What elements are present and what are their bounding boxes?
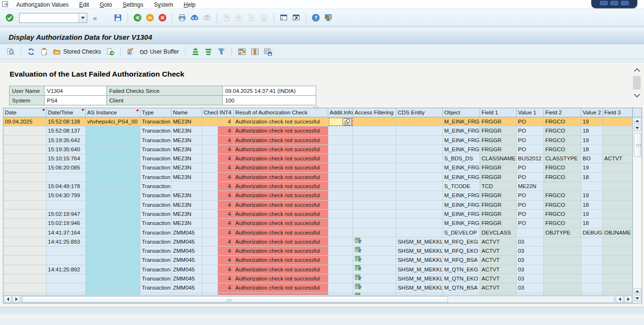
print-icon[interactable] <box>177 13 187 22</box>
find-next-icon[interactable] <box>202 13 212 22</box>
additional-info-popup-button[interactable] <box>343 118 352 125</box>
scroll-down-button[interactable] <box>634 125 641 131</box>
table-row[interactable]: 15:04:49:178Transaction4Authorization ch… <box>3 182 632 191</box>
grid-views-button[interactable] <box>237 47 247 56</box>
maximize-button[interactable] <box>610 1 618 5</box>
table-row[interactable]: TransactionZMM0454Authorization check no… <box>3 274 632 283</box>
table-row[interactable]: TransactionZMM0454Authorization check no… <box>3 283 632 292</box>
scroll-up-button-2[interactable] <box>634 288 641 294</box>
window-menu-icon[interactable] <box>2 1 10 8</box>
table-row[interactable]: 14:41:25:892TransactionZMM0454Authorizat… <box>3 265 632 274</box>
hscroll-track[interactable] <box>22 296 614 303</box>
table-row[interactable]: TransactionZMM0454Authorization check no… <box>3 247 632 256</box>
enter-ok-button[interactable] <box>5 13 14 22</box>
scroll-right-button-2[interactable] <box>624 296 632 303</box>
command-dropdown-button[interactable] <box>79 13 87 22</box>
column-splitter-grip[interactable] <box>314 106 315 107</box>
help-icon[interactable]: ? <box>311 13 321 22</box>
column-header-field-1[interactable]: Field 1 <box>480 108 517 117</box>
column-header-value-1[interactable]: Value 1 <box>517 108 544 117</box>
access-filtering-icon[interactable] <box>355 256 362 265</box>
last-page-icon[interactable] <box>259 13 269 22</box>
access-filtering-icon[interactable] <box>355 247 362 256</box>
access-filtering-icon[interactable] <box>355 265 362 274</box>
column-header-int4[interactable]: INT4 <box>218 108 234 117</box>
close-button[interactable] <box>621 1 629 5</box>
table-row[interactable]: 15:19:35:640TransactionME23N4Authorizati… <box>3 145 632 154</box>
column-header-value-2[interactable]: Value 2 <box>581 108 603 117</box>
vscroll-thumb[interactable] <box>634 133 641 157</box>
grid-export-button[interactable] <box>263 47 273 56</box>
column-header-type[interactable]: Type <box>140 108 172 117</box>
sort-asc-button[interactable] <box>191 47 200 56</box>
table-row[interactable]: TransactionME23N4Authorization check not… <box>3 173 632 182</box>
column-header-object[interactable]: Object <box>443 108 480 117</box>
menu-item-authorization-values[interactable]: Authorization Values <box>16 1 69 8</box>
table-row[interactable]: TransactionZMM0454Authorization check no… <box>3 256 632 265</box>
menu-item-edit[interactable]: Edit <box>79 1 89 8</box>
menu-item-goto[interactable]: Goto <box>100 1 112 8</box>
column-header-result-of-authorization-check[interactable]: Result of Authorization Check <box>234 108 328 117</box>
table-row[interactable]: 14:41:25:893TransactionZMM0454Authorizat… <box>3 237 632 247</box>
hscroll-thumb[interactable] <box>22 296 448 303</box>
scroll-up-button[interactable] <box>634 118 641 124</box>
menu-item-help[interactable]: Help <box>184 1 196 8</box>
column-header-cds-entity[interactable]: CDS Entity <box>396 108 443 117</box>
open-folder-button[interactable]: Stored Checks <box>52 47 102 56</box>
create-shortcut-icon[interactable] <box>291 13 301 22</box>
menu-item-system[interactable]: System <box>154 1 173 8</box>
table-row[interactable]: 09.04.202515:52:08:138vhvheps4ci_PS4_00T… <box>3 117 632 126</box>
access-filtering-icon[interactable] <box>355 283 362 292</box>
column-header-access-filtering[interactable]: Access Filtering <box>353 108 396 117</box>
table-row[interactable]: 14:41:37:164TransactionZMM0454Authorizat… <box>3 228 632 237</box>
scroll-left-button[interactable] <box>4 296 12 303</box>
prev-page-icon[interactable] <box>234 13 244 22</box>
convert-button[interactable] <box>126 47 136 56</box>
column-header-as-instance[interactable]: AS Instance <box>86 108 140 117</box>
column-header-field-2[interactable]: Field 2 <box>544 108 581 117</box>
paste-button[interactable] <box>39 47 49 56</box>
find-icon[interactable] <box>190 13 199 22</box>
column-header-date[interactable]: Date <box>3 108 46 117</box>
minimize-button[interactable] <box>600 1 608 5</box>
new-session-icon[interactable] <box>279 13 288 22</box>
cancel-icon[interactable] <box>158 13 167 22</box>
sort-desc-button[interactable] <box>204 47 213 56</box>
table-row[interactable]: 15:10:15:764TransactionME23N4Authorizati… <box>3 154 632 163</box>
table-row[interactable]: 15:02:19:947TransactionME23N4Authorizati… <box>3 210 632 219</box>
table-row[interactable]: TransactionME23N4Authorization check not… <box>3 201 632 210</box>
export-button[interactable] <box>105 47 115 56</box>
refresh-button[interactable] <box>26 47 36 56</box>
command-field[interactable] <box>20 13 79 22</box>
column-header-addit-info[interactable]: Addit.Info <box>328 108 353 117</box>
column-header-date-time[interactable]: Date/Time <box>46 108 86 117</box>
next-page-icon[interactable] <box>247 13 256 22</box>
back-icon[interactable] <box>133 13 142 22</box>
column-header-field-3[interactable]: Field 3 <box>603 108 632 117</box>
scroll-down-icon[interactable] <box>634 91 640 98</box>
access-filtering-icon[interactable] <box>355 274 362 283</box>
scroll-up-icon[interactable] <box>634 68 640 74</box>
table-row[interactable]: 15:52:08:137TransactionME23N4Authorizati… <box>3 126 632 135</box>
show-details-button[interactable] <box>6 47 15 56</box>
first-page-icon[interactable] <box>222 13 231 22</box>
filter-button[interactable] <box>217 47 226 56</box>
exit-icon[interactable] <box>145 13 155 22</box>
column-header-check[interactable]: Check <box>202 108 218 117</box>
table-row[interactable]: 15:04:30:799TransactionME23N4Authorizati… <box>3 191 632 200</box>
scroll-right-button[interactable] <box>12 296 20 303</box>
panel-scroll-thumb[interactable] <box>633 76 641 90</box>
scroll-down-button-2[interactable] <box>634 295 641 302</box>
table-row[interactable]: 15:06:20:085TransactionME23N4Authorizati… <box>3 163 632 172</box>
table-row[interactable]: 15:19:35:642TransactionME23N4Authorizati… <box>3 136 632 145</box>
table-row[interactable]: 15:02:19:946TransactionME23N4Authorizati… <box>3 219 632 228</box>
access-filtering-icon[interactable] <box>355 237 362 247</box>
scroll-left-button-2[interactable] <box>616 296 623 303</box>
collapse-toolbar-icon[interactable]: « <box>92 14 98 22</box>
customize-local-layout-icon[interactable] <box>323 13 333 22</box>
column-header-name[interactable]: Name <box>172 108 202 117</box>
save-icon[interactable] <box>113 13 123 22</box>
collapse-icon[interactable] <box>101 13 110 22</box>
grid-insert-button[interactable] <box>250 47 260 56</box>
glasses-button[interactable]: User Buffer <box>139 47 180 56</box>
